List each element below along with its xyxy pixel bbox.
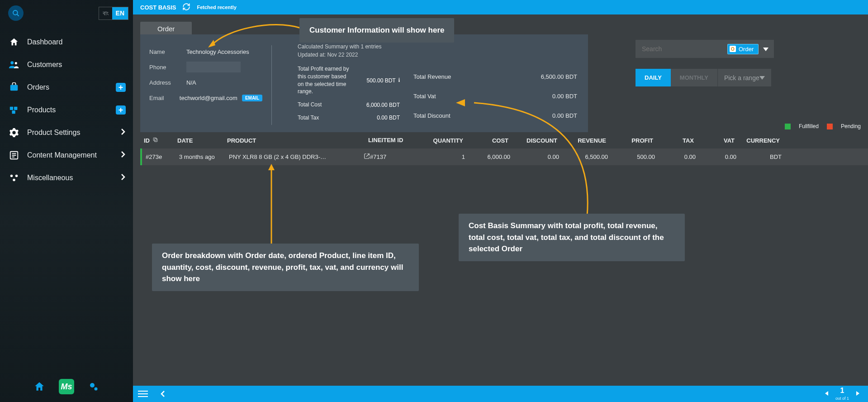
gear-icon <box>8 128 20 138</box>
copy-icon[interactable] <box>152 137 158 144</box>
settings-quick-button[interactable] <box>87 380 100 393</box>
nav-content-management[interactable]: Content Management <box>0 144 133 167</box>
th-profit[interactable]: PROFIT <box>631 137 653 144</box>
cell-revenue: 6,500.00 <box>585 153 608 160</box>
th-revenue[interactable]: REVENUE <box>578 137 606 144</box>
nav-miscellaneous[interactable]: Miscellaneous <box>0 167 133 189</box>
language-toggle[interactable]: বাং EN <box>99 7 128 20</box>
th-discount[interactable]: DISCOUNT <box>526 137 557 144</box>
th-lineitem[interactable]: LINEITEM ID <box>368 137 417 144</box>
th-product[interactable]: PRODUCT <box>227 137 368 144</box>
lang-en[interactable]: EN <box>112 7 128 19</box>
bottombar: 1out of 1 <box>133 386 868 402</box>
add-order-button[interactable]: + <box>116 83 126 92</box>
summary-right: Total Revenue6,500.00 BDT Total Vat0.00 … <box>405 34 588 136</box>
cell-product: PNY XLR8 8 GB (2 x 4 GB) DDR3-… <box>229 153 370 161</box>
orders-table: ID DATE PRODUCT LINEITEM ID QUANTITY COS… <box>140 132 868 165</box>
menu-button[interactable] <box>133 386 153 402</box>
vat-label: Total Vat <box>413 93 436 100</box>
search-scope-badge[interactable]: O Order <box>727 44 759 54</box>
info-icon[interactable]: i <box>398 77 400 84</box>
sidebar: বাং EN Dashboard Customers Orders + Prod… <box>0 0 133 402</box>
range-picker-label: Pick a range <box>724 74 759 81</box>
refresh-icon[interactable] <box>182 3 190 12</box>
svg-point-3 <box>15 62 17 64</box>
legend-pending: Pending <box>841 123 861 129</box>
range-monthly[interactable]: MONTHLY <box>671 69 717 86</box>
customer-summary-card: NameTechnology Accessories Phone Address… <box>140 34 588 136</box>
th-id[interactable]: ID <box>144 137 177 144</box>
nav-orders[interactable]: Orders + <box>0 76 133 99</box>
nav-products[interactable]: Products + <box>0 99 133 121</box>
home-icon <box>8 37 20 47</box>
cell-id: #273e <box>146 153 179 160</box>
customer-info: NameTechnology Accessories Phone Address… <box>140 34 271 136</box>
customer-name-label: Name <box>149 48 186 55</box>
nav-customers[interactable]: Customers <box>0 53 133 76</box>
svg-line-1 <box>17 14 19 16</box>
sidebar-search-button[interactable] <box>8 5 24 21</box>
badge-letter: O <box>730 46 736 52</box>
summary-left: Calculated Summary with 1 entries Update… <box>271 34 405 136</box>
cell-tax: 0.00 <box>684 153 696 160</box>
legend-fulfilled: Fullfilled <box>799 123 819 129</box>
range-daily[interactable]: DAILY <box>636 69 671 86</box>
lang-bn[interactable]: বাং <box>99 7 112 19</box>
cell-qty: 1 <box>462 153 465 160</box>
nav-product-settings[interactable]: Product Settings <box>0 121 133 144</box>
profit-value: 500.00 BDT <box>367 77 396 84</box>
cell-discount: 0.00 <box>548 153 559 160</box>
fetch-status: Fetched recently <box>197 5 236 10</box>
th-currency[interactable]: CURRENCY <box>746 137 780 144</box>
back-button[interactable] <box>153 386 173 402</box>
th-cost[interactable]: COST <box>492 137 508 144</box>
table-row[interactable]: #273e 3 months ago PNY XLR8 8 GB (2 x 4 … <box>140 148 868 165</box>
content-icon <box>8 150 20 160</box>
pager: 1out of 1 <box>825 387 860 401</box>
th-qty[interactable]: QUANTITY <box>433 137 463 144</box>
tooltip-order-breakdown: Order breakdown with Order date, ordered… <box>152 244 419 291</box>
app-logo-button[interactable]: Ms <box>59 379 74 394</box>
home-quick-button[interactable] <box>33 380 46 393</box>
discount-label: Total Discount <box>413 112 451 119</box>
main: Order NameTechnology Accessories Phone A… <box>133 14 868 386</box>
nav-label: Miscellaneous <box>27 174 73 182</box>
tax-value: 0.00 BDT <box>377 115 400 121</box>
customer-address-label: Address <box>149 79 186 86</box>
cost-label: Total Cost <box>298 101 322 109</box>
svg-marker-28 <box>825 391 828 396</box>
th-tax[interactable]: TAX <box>683 137 694 144</box>
legend-pending-swatch <box>827 124 833 129</box>
th-vat[interactable]: VAT <box>724 137 735 144</box>
customer-phone-label: Phone <box>149 64 186 71</box>
pager-next[interactable] <box>855 391 860 397</box>
add-product-button[interactable]: + <box>116 105 126 115</box>
svg-marker-18 <box>759 76 765 80</box>
search-input[interactable] <box>636 40 727 58</box>
revenue-value: 6,500.00 BDT <box>541 73 577 80</box>
svg-point-14 <box>13 179 15 182</box>
product-name: PNY XLR8 8 GB (2 x 4 GB) DDR3-… <box>229 153 326 160</box>
nav-label: Product Settings <box>27 129 80 137</box>
cell-profit: 500.00 <box>637 153 655 160</box>
range-picker[interactable]: Pick a range <box>717 69 771 86</box>
cell-date: 3 months ago <box>179 153 229 160</box>
order-chip[interactable]: Order <box>140 22 192 36</box>
svg-rect-6 <box>14 107 17 110</box>
cost-value: 6,000.00 BDT <box>366 102 400 108</box>
nav-dashboard[interactable]: Dashboard <box>0 31 133 53</box>
tax-label: Total Tax <box>298 114 319 122</box>
summary-updated: Updated at: Nov 22 2022 <box>298 51 405 59</box>
external-link-icon[interactable] <box>364 153 370 161</box>
svg-rect-7 <box>12 110 15 114</box>
customer-phone-redacted <box>186 62 241 72</box>
th-date[interactable]: DATE <box>177 137 227 144</box>
svg-rect-5 <box>10 107 13 110</box>
products-icon <box>8 105 20 115</box>
page-title: COST BASIS <box>140 4 176 11</box>
dropdown-caret-icon[interactable] <box>763 45 768 53</box>
pager-prev[interactable] <box>825 391 829 397</box>
customer-email-label: Email <box>149 95 180 101</box>
tooltip-customer-info: Customer Information will show here <box>299 18 454 43</box>
email-badge[interactable]: EMAIL <box>242 95 262 101</box>
